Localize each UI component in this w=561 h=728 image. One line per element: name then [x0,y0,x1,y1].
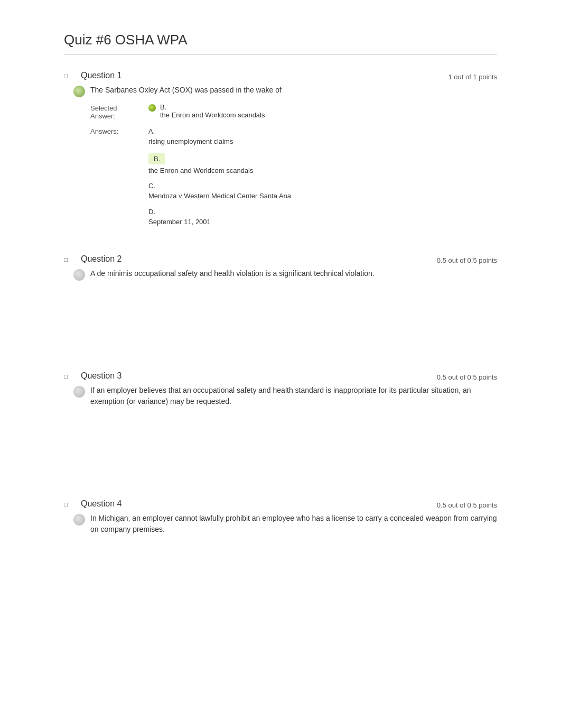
answer-c-text: Mendoza v Western Medical Center Santa A… [148,191,497,201]
selected-answer-dot [148,104,156,112]
page-container: Quiz #6 OSHA WPA □ Question 1 1 out of 1… [53,0,508,638]
question-2-text: A de minimis occupational safety and hea… [90,268,497,279]
answer-d-text: September 11, 2001 [148,217,497,227]
question-block-1: □ Question 1 1 out of 1 points The Sarba… [64,71,497,233]
question-1-icon: □ [64,72,72,80]
question-4-dot [73,514,85,526]
answer-a-text: rising unemployment claims [148,136,497,147]
question-1-header: □ Question 1 1 out of 1 points [64,71,497,80]
question-2-dot [73,269,85,281]
answer-b-letter-highlighted: B. [148,153,165,164]
selected-answer-block: B. the Enron and Worldcom scandals [148,103,497,119]
selected-letter: B. [160,103,265,111]
question-1-points: 1 out of 1 points [448,73,497,81]
question-3-header: □ Question 3 0.5 out of 0.5 points [64,371,497,381]
question-1-title: Question 1 [81,71,497,80]
answer-c-letter: C. [148,182,155,190]
question-3-body: If an employer believes that an occupati… [90,385,497,478]
selected-answer-content: B. the Enron and Worldcom scandals [148,103,497,121]
question-block-2: □ Question 2 0.5 out of 0.5 points A de … [64,254,497,350]
quiz-title: Quiz #6 OSHA WPA [64,32,497,55]
question-3-dot [73,386,85,398]
question-1-answers-section: Answers: A. rising unemployment claims B… [90,127,497,233]
answer-b-letter-line: B. [148,153,497,164]
answer-a-letter: A. [148,127,155,135]
question-2-spacer [90,287,497,350]
answers-label: Answers: [90,127,148,233]
question-4-spacer [90,542,497,585]
question-4-body: In Michigan, an employer cannot lawfully… [90,513,497,585]
answer-option-a: A. rising unemployment claims [148,127,497,147]
selected-answer-letter: B. the Enron and Worldcom scandals [160,103,265,119]
answer-d-letter-line: D. [148,208,497,216]
question-4-icon: □ [64,501,72,508]
question-2-body: A de minimis occupational safety and hea… [90,268,497,350]
question-1-body: The Sarbanes Oxley Act (SOX) was passed … [90,85,497,233]
answer-c-letter-line: C. [148,182,497,190]
question-4-title: Question 4 [81,499,497,509]
question-1-dot [73,86,85,97]
selected-answer-label: SelectedAnswer: [90,103,148,121]
answer-option-b: B. the Enron and Worldcom scandals [148,153,497,176]
answer-option-d: D. September 11, 2001 [148,208,497,227]
question-3-points: 0.5 out of 0.5 points [437,373,497,381]
answer-d-letter: D. [148,208,155,216]
answers-list: A. rising unemployment claims B. the Enr… [148,127,497,233]
question-3-spacer [90,414,497,478]
question-1-text: The Sarbanes Oxley Act (SOX) was passed … [90,85,497,96]
question-2-title: Question 2 [81,254,497,264]
question-4-text: In Michigan, an employer cannot lawfully… [90,513,497,535]
question-3-title: Question 3 [81,371,497,381]
question-2-points: 0.5 out of 0.5 points [437,256,497,264]
answer-option-c: C. Mendoza v Western Medical Center Sant… [148,182,497,201]
answer-b-text: the Enron and Worldcom scandals [148,165,497,176]
question-2-header: □ Question 2 0.5 out of 0.5 points [64,254,497,264]
question-1-selected-answer-row: SelectedAnswer: B. the Enron and Worldco… [90,103,497,121]
question-3-icon: □ [64,373,72,380]
question-4-points: 0.5 out of 0.5 points [437,501,497,509]
question-2-icon: □ [64,256,72,263]
answer-a-letter-line: A. [148,127,497,135]
selected-text: the Enron and Worldcom scandals [160,111,265,119]
question-block-3: □ Question 3 0.5 out of 0.5 points If an… [64,371,497,478]
question-3-text: If an employer believes that an occupati… [90,385,497,407]
question-4-header: □ Question 4 0.5 out of 0.5 points [64,499,497,509]
question-block-4: □ Question 4 0.5 out of 0.5 points In Mi… [64,499,497,585]
